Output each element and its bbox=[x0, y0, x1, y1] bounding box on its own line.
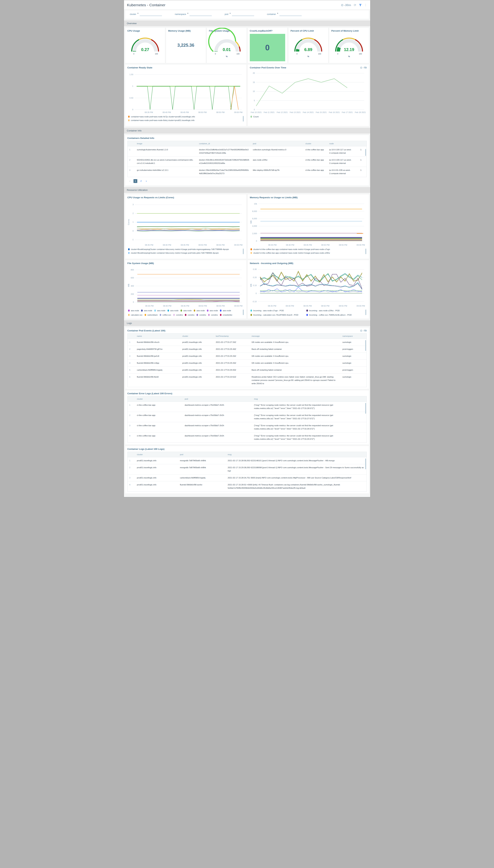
svg-text:MB: MB bbox=[250, 220, 252, 224]
pod-events-table-row: Container Pod Events (Latest 100) -7D na… bbox=[125, 327, 369, 389]
column-header[interactable]: cluster bbox=[304, 141, 327, 146]
table-cell: 3 bbox=[128, 474, 135, 481]
column-header[interactable] bbox=[128, 141, 135, 146]
legend-item[interactable]: coredns bbox=[173, 314, 183, 316]
scrollbar[interactable] bbox=[365, 340, 366, 351]
legend-item[interactable]: coredns bbox=[196, 314, 206, 316]
table-cell: docker://03c9fe1c4591653472d2edb723fb347… bbox=[197, 156, 251, 167]
svg-text:100: 100 bbox=[155, 53, 158, 55]
svg-text:08:45 PM: 08:45 PM bbox=[303, 305, 312, 307]
filter-button[interactable] bbox=[359, 4, 362, 6]
scrollbar[interactable] bbox=[365, 309, 366, 315]
column-header[interactable]: node bbox=[327, 141, 359, 146]
table-cell: 6 bbox=[128, 374, 135, 387]
legend-item[interactable]: aws-node bbox=[168, 309, 178, 312]
column-header[interactable] bbox=[128, 334, 135, 339]
table-cell: cl-the-coffee-bar-app bbox=[135, 412, 183, 422]
svg-text:MB: MB bbox=[128, 284, 130, 287]
scrollbar[interactable] bbox=[243, 116, 244, 121]
legend-item[interactable]: Count bbox=[250, 116, 259, 118]
legend-item[interactable]: container=aws-node pod=aws-node-8stnj cl… bbox=[128, 119, 242, 121]
legend-item[interactable]: aws-node bbox=[154, 309, 166, 312]
page-prev-button[interactable]: ‹ bbox=[129, 179, 131, 183]
scrollbar[interactable] bbox=[365, 458, 366, 469]
legend-item[interactable]: aws-node bbox=[180, 309, 192, 312]
column-header[interactable] bbox=[128, 396, 135, 402]
column-header[interactable]: cluster bbox=[135, 452, 178, 457]
page-2-button[interactable]: 2 bbox=[139, 180, 143, 183]
table-cell: fluentd-5fb6b6cf98-rn9pp bbox=[135, 360, 181, 366]
header-controls: -30m ⟳ ⋮ bbox=[341, 4, 367, 6]
legend-item[interactable]: aws-node bbox=[220, 309, 231, 312]
legend-item[interactable]: Incoming - coffee-svc-75895c4c4b-q9scn -… bbox=[306, 314, 359, 316]
column-header[interactable]: container_id bbox=[197, 141, 251, 146]
table-cell: 5 bbox=[128, 366, 135, 374]
svg-text:%: % bbox=[348, 55, 350, 57]
legend-item[interactable]: container=aws-node pod=aws-node-4x7jz cl… bbox=[128, 116, 242, 118]
panel-time-badge[interactable]: -7D bbox=[360, 67, 366, 69]
svg-text:Feb 15 2021: Feb 15 2021 bbox=[316, 111, 327, 113]
legend-item[interactable]: carbonblack bbox=[145, 314, 158, 316]
scrollbar[interactable] bbox=[365, 403, 366, 414]
legend-item[interactable]: aws-node bbox=[194, 309, 205, 312]
legend-item[interactable]: coredns bbox=[208, 314, 218, 316]
scrollbar[interactable] bbox=[243, 309, 244, 315]
filter-pod-input[interactable] bbox=[232, 13, 254, 16]
legend-dot bbox=[128, 248, 130, 250]
legend-item[interactable]: aws-node bbox=[128, 309, 139, 312]
kebab-menu-button[interactable]: ⋮ bbox=[364, 4, 367, 6]
refresh-icon: ⟳ bbox=[354, 4, 356, 6]
legend-item[interactable]: Incoming - aws-node-z29hz - POD bbox=[306, 309, 359, 312]
column-header[interactable] bbox=[128, 452, 135, 457]
column-header[interactable]: cluster bbox=[180, 334, 214, 339]
column-header[interactable]: cluster bbox=[135, 396, 183, 402]
legend-item[interactable]: coffee-svc bbox=[160, 314, 171, 316]
panel-time-badge[interactable]: -7D bbox=[360, 329, 366, 332]
legend-item[interactable]: cluster=cl-the-coffee-bar-app container=… bbox=[250, 248, 364, 250]
svg-text:08:35 PM: 08:35 PM bbox=[268, 244, 277, 246]
legend-dot bbox=[250, 309, 252, 312]
column-header[interactable]: msg bbox=[226, 452, 366, 457]
column-header[interactable]: name bbox=[135, 334, 181, 339]
legend-item[interactable]: aws-node bbox=[141, 309, 152, 312]
filter-namespace-input[interactable] bbox=[190, 13, 212, 16]
column-header[interactable]: pod bbox=[251, 141, 304, 146]
table-cell: sumologic bbox=[341, 339, 366, 346]
legend-label: cluster=cl-the-coffee-bar-app container=… bbox=[253, 248, 330, 250]
legend-item[interactable]: Incoming - aws-node-s7xgn - POD bbox=[250, 309, 303, 312]
column-header[interactable]: msg bbox=[252, 396, 366, 402]
scrollbar[interactable] bbox=[365, 249, 366, 254]
table-cell: Readiness probe failed: OCI runtime exec… bbox=[250, 374, 341, 387]
legend-item[interactable]: calculator-svc bbox=[128, 314, 142, 316]
filter-cluster-input[interactable] bbox=[140, 13, 162, 16]
required-asterisk: * bbox=[230, 13, 230, 16]
dashboard: Kubernetes - Container -30m ⟳ ⋮ cluster … bbox=[124, 0, 370, 497]
filter-container-input[interactable] bbox=[280, 13, 302, 16]
legend-item[interactable]: cluster=cl-the-coffee-bar-app container=… bbox=[250, 252, 364, 254]
column-header[interactable]: message bbox=[250, 334, 341, 339]
legend-item[interactable]: crowdstrike bbox=[220, 314, 232, 316]
scrollbar[interactable] bbox=[243, 249, 244, 254]
scrollbar[interactable] bbox=[365, 149, 366, 156]
column-header[interactable]: pod bbox=[178, 452, 226, 457]
legend-item[interactable]: cluster=BookKeepingCluster container=dis… bbox=[128, 248, 242, 250]
page-next-button[interactable]: › bbox=[145, 179, 148, 183]
refresh-button[interactable]: ⟳ bbox=[354, 4, 356, 6]
column-header[interactable]: namespace bbox=[341, 334, 366, 339]
column-header[interactable]: image bbox=[135, 141, 197, 146]
table-cell: prod01.travellogic.info bbox=[180, 339, 214, 346]
table-cell: ip-10-0-100-117.us-west-2.compute.intern… bbox=[327, 146, 359, 156]
pagination: ‹ 1 2 › bbox=[128, 177, 367, 184]
table-cell: cl-the-coffee-bar-app bbox=[304, 156, 327, 167]
column-header[interactable]: lastTimestamp bbox=[214, 334, 250, 339]
time-range-button[interactable]: -30m bbox=[341, 4, 351, 6]
column-header[interactable] bbox=[359, 141, 366, 146]
column-header[interactable]: pod bbox=[183, 396, 252, 402]
table-cell: 2021-02-17T15:25:00Z bbox=[214, 366, 250, 374]
legend-item[interactable]: cluster=BookKeepingCluster container=dis… bbox=[128, 252, 242, 254]
legend-item[interactable]: coredns bbox=[185, 314, 194, 316]
panel-title: Containers Detailed Info bbox=[128, 137, 367, 139]
legend-item[interactable]: aws-node bbox=[207, 309, 218, 312]
legend-item[interactable]: Incoming - calculator-svc-76cdf7fd69-4vw… bbox=[250, 314, 303, 316]
page-1-button[interactable]: 1 bbox=[133, 179, 137, 183]
